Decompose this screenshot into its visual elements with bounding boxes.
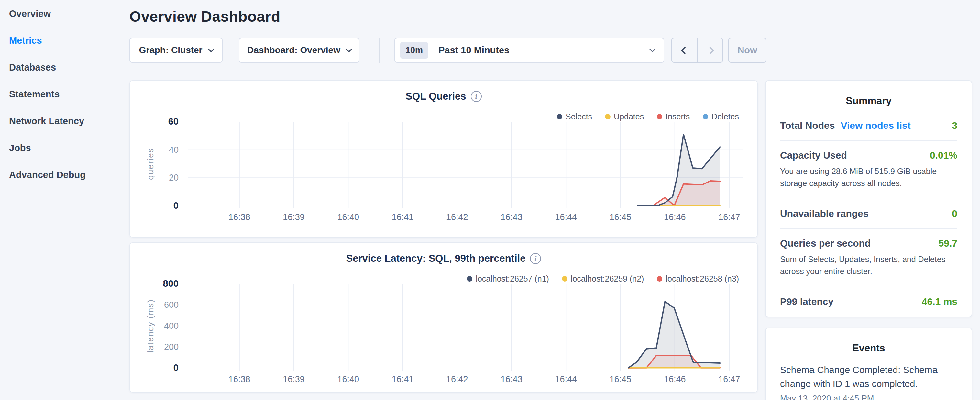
events-list: Schema Change Completed: Schema change w…	[780, 363, 957, 400]
svg-text:16:44: 16:44	[555, 212, 577, 222]
service-latency-chart[interactable]: 16:3816:3916:4016:4116:4216:4316:4416:45…	[137, 279, 752, 388]
time-step-buttons	[671, 38, 723, 63]
summary-panel: Summary Total NodesView nodes list3Capac…	[765, 80, 972, 317]
svg-text:40: 40	[169, 145, 178, 155]
time-step-forward-button[interactable]	[697, 38, 722, 62]
summary-row-value: 46.1 ms	[922, 296, 957, 307]
time-step-back-button[interactable]	[672, 38, 697, 62]
svg-text:16:38: 16:38	[228, 212, 250, 222]
chevron-right-icon	[706, 46, 714, 54]
svg-text:16:43: 16:43	[501, 375, 522, 384]
summary-row: Capacity Used0.01%You are using 28.6 MiB…	[780, 141, 957, 199]
page-title: Overview Dashboard	[129, 8, 980, 25]
summary-row: Queries per second59.7Sum of Selects, Up…	[780, 229, 957, 287]
svg-text:queries: queries	[146, 148, 155, 180]
svg-text:16:40: 16:40	[337, 375, 360, 384]
summary-row-label: Total Nodes	[780, 120, 835, 131]
sidebar-item-databases[interactable]: Databases	[9, 62, 129, 73]
time-range-label: Past 10 Minutes	[438, 45, 650, 56]
svg-text:400: 400	[164, 321, 178, 331]
svg-text:16:44: 16:44	[555, 375, 577, 384]
svg-text:16:41: 16:41	[392, 212, 414, 222]
sidebar-item-jobs[interactable]: Jobs	[9, 143, 129, 153]
summary-row: P99 latency46.1 ms	[780, 287, 957, 317]
sidebar-item-network-latency[interactable]: Network Latency	[9, 116, 129, 126]
events-title: Events	[780, 343, 957, 354]
summary-row-label: Unavailable ranges	[780, 208, 869, 219]
info-icon[interactable]	[471, 91, 482, 102]
svg-text:16:47: 16:47	[718, 375, 740, 384]
view-nodes-list-link[interactable]: View nodes list	[840, 120, 910, 131]
svg-text:0: 0	[173, 362, 178, 373]
summary-row: Unavailable ranges0	[780, 199, 957, 229]
sidebar-nav: OverviewMetricsDatabasesStatementsNetwor…	[0, 0, 129, 400]
summary-row-desc: You are using 28.6 MiB of 515.9 GiB usab…	[780, 166, 957, 189]
svg-text:16:41: 16:41	[392, 375, 414, 384]
svg-text:latency (ms): latency (ms)	[146, 299, 155, 353]
events-panel: Events Schema Change Completed: Schema c…	[765, 328, 972, 400]
chevron-down-icon	[208, 46, 214, 52]
dashboard-dropdown[interactable]: Dashboard: Overview	[239, 38, 360, 63]
info-icon[interactable]	[530, 253, 541, 264]
svg-text:16:46: 16:46	[664, 212, 686, 222]
svg-text:800: 800	[163, 279, 178, 288]
chart-title-row: Service Latency: SQL, 99th percentile	[130, 253, 757, 265]
service-latency-chart-card: Service Latency: SQL, 99th percentile lo…	[129, 242, 758, 392]
chevron-down-icon	[649, 46, 655, 52]
main-content: Overview Dashboard Graph: Cluster Dashbo…	[129, 0, 980, 400]
summary-row-desc: Sum of Selects, Updates, Inserts, and De…	[780, 253, 957, 277]
metrics-page: OverviewMetricsDatabasesStatementsNetwor…	[0, 0, 980, 400]
event-timestamp: May 13, 2020 at 4:45 PM	[780, 394, 957, 400]
graph-scope-dropdown[interactable]: Graph: Cluster	[129, 38, 223, 63]
summary-row: Total NodesView nodes list3	[780, 112, 957, 141]
chevron-left-icon	[681, 46, 689, 54]
time-range-select[interactable]: 10m Past 10 Minutes	[395, 38, 664, 63]
svg-text:16:42: 16:42	[446, 212, 468, 222]
summary-row-label: Capacity Used	[780, 150, 847, 161]
chevron-down-icon	[346, 46, 352, 52]
sidebar-item-overview[interactable]: Overview	[9, 8, 129, 19]
svg-text:16:39: 16:39	[283, 212, 305, 222]
summary-row-label: Queries per second	[780, 238, 871, 249]
sql-queries-chart[interactable]: 16:3816:3916:4016:4116:4216:4316:4416:45…	[137, 117, 752, 226]
sidebar-item-advanced-debug[interactable]: Advanced Debug	[9, 170, 129, 180]
svg-text:200: 200	[164, 342, 178, 352]
svg-text:0: 0	[173, 200, 178, 211]
controls-row: Graph: Cluster Dashboard: Overview 10m P…	[129, 38, 980, 63]
charts-column: SQL Queries SelectsUpdatesInsertsDeletes…	[129, 80, 758, 392]
time-range-badge: 10m	[400, 42, 428, 59]
summary-row-value: 3	[952, 120, 957, 131]
summary-row-label: P99 latency	[780, 296, 834, 307]
content-row: SQL Queries SelectsUpdatesInsertsDeletes…	[129, 80, 980, 400]
sidebar-item-statements[interactable]: Statements	[9, 89, 129, 100]
dashboard-dropdown-label: Dashboard: Overview	[247, 45, 340, 55]
svg-text:20: 20	[169, 173, 178, 183]
summary-row-value: 0	[952, 208, 957, 219]
svg-text:16:40: 16:40	[337, 212, 360, 222]
sql-queries-chart-card: SQL Queries SelectsUpdatesInsertsDeletes…	[129, 80, 758, 237]
chart-title: Service Latency: SQL, 99th percentile	[346, 253, 526, 265]
svg-text:60: 60	[168, 117, 178, 126]
sidebar-item-metrics[interactable]: Metrics	[9, 35, 129, 46]
svg-text:16:39: 16:39	[283, 375, 305, 384]
summary-rows: Total NodesView nodes list3Capacity Used…	[780, 112, 957, 317]
graph-scope-dropdown-label: Graph: Cluster	[139, 45, 202, 55]
svg-text:16:43: 16:43	[501, 212, 522, 222]
chart-title-row: SQL Queries	[130, 91, 757, 102]
summary-row-value: 0.01%	[930, 150, 957, 161]
event-item: Schema Change Completed: Schema change w…	[780, 363, 957, 400]
right-column: Summary Total NodesView nodes list3Capac…	[765, 80, 972, 400]
svg-text:16:45: 16:45	[609, 375, 632, 384]
event-text: Schema Change Completed: Schema change w…	[780, 363, 942, 391]
chart-title: SQL Queries	[406, 91, 466, 102]
svg-text:600: 600	[164, 300, 178, 310]
svg-text:16:47: 16:47	[718, 212, 740, 222]
svg-text:16:38: 16:38	[228, 375, 250, 384]
summary-row-value: 59.7	[939, 238, 957, 249]
now-button[interactable]: Now	[728, 38, 767, 63]
svg-text:16:45: 16:45	[609, 212, 632, 222]
controls-divider	[379, 38, 380, 63]
svg-text:16:46: 16:46	[664, 375, 686, 384]
svg-text:16:42: 16:42	[446, 375, 468, 384]
summary-title: Summary	[780, 95, 957, 107]
